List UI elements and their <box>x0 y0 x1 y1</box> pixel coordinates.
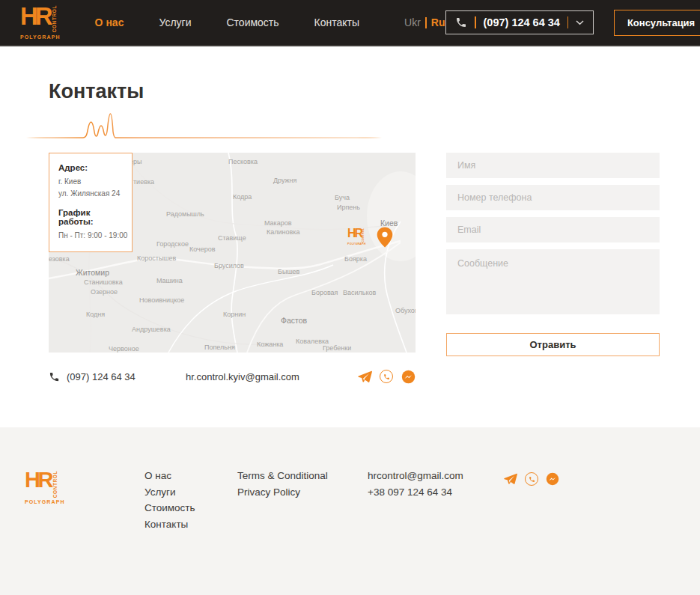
name-input[interactable] <box>446 153 660 178</box>
contact-phone-text: (097) 124 64 34 <box>67 371 136 382</box>
phone-dropdown[interactable]: (097) 124 64 34 <box>445 10 594 34</box>
schedule-value: Пн - Пт: 9:00 - 19:00 <box>58 230 126 242</box>
telegram-icon[interactable] <box>503 472 518 486</box>
footer-phone-link[interactable]: +38 097 124 64 34 <box>368 487 503 498</box>
lang-divider <box>425 17 427 28</box>
footer-logo[interactable]: HR CONTROL POLYGRAPH <box>25 471 65 504</box>
phone-input[interactable] <box>446 185 660 210</box>
logo-polygraph-text: POLYGRAPH <box>20 34 61 40</box>
map-hr-logo: HR CONTROL POLYGRAPH <box>347 228 366 245</box>
map-place-label: Брусилов <box>214 262 244 269</box>
lang-ru[interactable]: Ru <box>431 16 445 28</box>
telegram-icon[interactable] <box>357 369 372 384</box>
map-place-label: Ставище <box>218 234 246 242</box>
contact-form: Отравить <box>446 153 660 356</box>
map-place-label: Калиновка <box>267 228 299 236</box>
lang-ukr[interactable]: Ukr <box>404 16 421 28</box>
schedule-label: График работы: <box>58 208 126 226</box>
hr-control-logo[interactable]: HR CONTROL POLYGRAPH <box>20 5 61 39</box>
map[interactable]: еры Песковка тиевка Дружня Кодра Буча Ир… <box>49 153 416 353</box>
footer-nav-pricing[interactable]: Стоимость <box>144 503 237 513</box>
map-place-label: Обухов <box>395 307 416 314</box>
footer: HR CONTROL POLYGRAPH О нас Услуги Стоимо… <box>0 427 700 595</box>
address-street: ул. Жилянская 24 <box>58 188 126 200</box>
map-place-label: Кожанка <box>257 341 283 348</box>
map-place-label: Андрушевка <box>132 326 171 333</box>
map-place-label: Червоное <box>109 345 139 353</box>
map-pin-icon[interactable] <box>377 227 393 251</box>
map-place-label: Корнин <box>223 311 246 318</box>
message-textarea[interactable] <box>446 249 660 314</box>
map-place-label: Фастов <box>281 316 307 325</box>
phone-box-divider-2 <box>567 16 568 28</box>
language-switcher: Ukr Ru <box>404 16 445 28</box>
map-place-label: езовка <box>49 255 70 263</box>
email-input[interactable] <box>446 217 660 242</box>
map-place-label: Боярка <box>344 255 367 263</box>
phone-icon <box>455 16 467 28</box>
header-phone-number: (097) 124 64 34 <box>484 16 560 28</box>
map-place-label: Новоивницкое <box>139 296 184 304</box>
address-city: г. Киев <box>58 176 126 188</box>
chevron-down-icon <box>576 20 584 25</box>
map-place-label: Озерное <box>91 288 118 296</box>
contact-info-row: (097) 124 64 34 hr.control.kyiv@gmail.co… <box>49 369 416 384</box>
map-place-label: Кодра <box>233 193 252 201</box>
submit-button[interactable]: Отравить <box>446 333 660 356</box>
map-place-label: Макаров <box>264 219 292 227</box>
social-links <box>357 369 416 384</box>
header: HR CONTROL POLYGRAPH О нас Услуги Стоимо… <box>0 0 700 46</box>
map-place-label: Машина <box>156 277 183 284</box>
footer-nav-contacts[interactable]: Контакты <box>144 519 237 530</box>
page-title: Контакты <box>49 80 660 103</box>
footer-privacy-link[interactable]: Privacy Policy <box>237 487 368 498</box>
phone-icon <box>49 371 60 382</box>
map-place-label: Попельня <box>204 344 235 351</box>
map-place-label: Буча <box>335 194 350 201</box>
map-place-label: Бышев <box>278 268 299 275</box>
map-place-label: Станишовка <box>84 278 123 286</box>
map-place-label: Дружня <box>273 177 296 184</box>
address-card: Адрес: г. Киев ул. Жилянская 24 График р… <box>49 153 133 252</box>
nav-item-about[interactable]: О нас <box>95 16 124 28</box>
footer-social-links <box>503 471 560 595</box>
contact-phone-link[interactable]: (097) 124 64 34 <box>49 371 186 382</box>
footer-terms-link[interactable]: Terms & Conditional <box>237 471 368 481</box>
footer-nav: О нас Услуги Стоимость Контакты <box>144 471 237 595</box>
viber-icon[interactable] <box>524 472 539 486</box>
map-place-label: Коростышев <box>137 254 176 262</box>
messenger-icon[interactable] <box>545 472 560 486</box>
address-label: Адрес: <box>58 163 126 172</box>
map-place-label: Городское <box>156 240 189 248</box>
consultation-button[interactable]: Консультация <box>614 10 700 36</box>
map-place-label: Песковка <box>228 158 258 165</box>
main-content: Контакты <box>0 46 700 427</box>
map-place-label: Радомышль <box>166 210 204 218</box>
viber-icon[interactable] <box>379 369 394 384</box>
map-place-label: Васильков <box>343 289 376 296</box>
map-place-label: Кочеров <box>189 245 216 253</box>
nav-item-services[interactable]: Услуги <box>159 16 191 28</box>
footer-contacts: hrcontrol@gmail.com +38 097 124 64 34 <box>368 471 503 595</box>
map-place-label: Гребенки <box>323 344 351 352</box>
footer-legal: Terms & Conditional Privacy Policy <box>237 471 368 595</box>
map-place-label: Боровая <box>311 289 338 296</box>
map-place-label: Житомир <box>76 268 109 277</box>
logo-control-text: CONTROL <box>52 5 58 32</box>
footer-email-link[interactable]: hrcontrol@gmail.com <box>368 471 503 481</box>
map-place-label: тиевка <box>133 178 154 186</box>
map-place-label: Кодня <box>86 311 105 318</box>
footer-nav-services[interactable]: Услуги <box>144 487 237 498</box>
nav-item-pricing[interactable]: Стоимость <box>226 16 279 28</box>
contact-email-link[interactable]: hr.control.kyiv@gmail.com <box>186 371 299 382</box>
nav-item-contacts[interactable]: Контакты <box>314 16 359 28</box>
messenger-icon[interactable] <box>401 369 416 384</box>
pulse-line-decoration <box>26 112 382 141</box>
phone-box-divider <box>475 16 476 28</box>
map-place-label: Ирпень <box>337 204 360 211</box>
main-nav: О нас Услуги Стоимость Контакты <box>95 16 359 28</box>
logo-hr-text: HR <box>20 5 50 32</box>
footer-nav-about[interactable]: О нас <box>144 471 237 481</box>
